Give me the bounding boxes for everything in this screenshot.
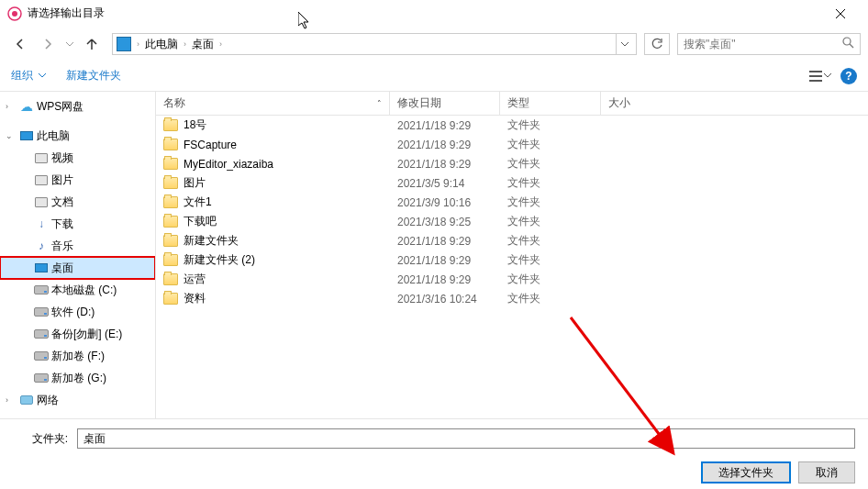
folder-tree[interactable]: ›☁WPS网盘⌄此电脑›视频›图片›文档›↓下载›♪音乐›桌面›本地磁盘 (C:… <box>0 92 156 418</box>
net-icon <box>18 393 35 407</box>
tree-item[interactable]: ⌄此电脑 <box>0 125 155 147</box>
tree-item-label: 桌面 <box>51 261 73 276</box>
file-date: 2021/1/18 9:29 <box>390 119 500 132</box>
cancel-button[interactable]: 取消 <box>798 461 855 483</box>
folder-icon <box>163 177 178 189</box>
file-row[interactable]: 资料2021/3/16 10:24文件夹 <box>156 289 868 308</box>
window-title: 请选择输出目录 <box>28 6 819 21</box>
search-input[interactable] <box>684 38 842 50</box>
address-dropdown[interactable] <box>616 34 632 54</box>
tree-item-label: 下载 <box>51 217 73 232</box>
folder-icon <box>163 293 178 305</box>
tree-item-label: WPS网盘 <box>37 99 83 115</box>
file-name: 资料 <box>184 291 206 306</box>
tree-item-label: 此电脑 <box>37 128 70 144</box>
file-type: 文件夹 <box>500 291 601 306</box>
tree-item[interactable]: ›视频 <box>0 147 155 169</box>
tree-item[interactable]: ›网络 <box>0 389 155 411</box>
refresh-button[interactable] <box>644 33 670 55</box>
file-list: 名称˄ 修改日期 类型 大小 18号2021/1/18 9:29文件夹FSCap… <box>156 92 868 418</box>
tree-item[interactable]: ›图片 <box>0 169 155 191</box>
tree-item[interactable]: ›♪音乐 <box>0 235 155 257</box>
file-type: 文件夹 <box>500 272 601 287</box>
toolbar: 组织 新建文件夹 ? <box>0 61 868 92</box>
file-name: 文件1 <box>184 194 212 210</box>
file-name: 图片 <box>184 175 206 191</box>
column-type[interactable]: 类型 <box>500 92 601 115</box>
desktop-icon <box>33 261 50 275</box>
breadcrumb-segment[interactable]: 此电脑 <box>141 37 182 52</box>
tree-item-label: 图片 <box>51 172 73 188</box>
file-type: 文件夹 <box>500 194 601 210</box>
folder-icon <box>163 139 178 150</box>
expand-icon[interactable]: ⌄ <box>6 131 18 140</box>
file-date: 2021/1/18 9:29 <box>390 254 500 267</box>
tree-item[interactable]: ›新加卷 (G:) <box>0 367 155 389</box>
file-row[interactable]: 运营2021/1/18 9:29文件夹 <box>156 270 868 289</box>
folder-icon <box>163 216 178 228</box>
disk-icon <box>33 349 50 363</box>
app-icon <box>7 6 22 21</box>
disk-icon <box>33 371 50 385</box>
tree-item[interactable]: ›桌面 <box>0 257 155 279</box>
organize-menu[interactable]: 组织 <box>11 68 33 83</box>
expand-icon[interactable]: › <box>6 395 18 405</box>
chevron-right-icon[interactable]: › <box>182 39 188 49</box>
file-rows[interactable]: 18号2021/1/18 9:29文件夹FSCapture2021/1/18 9… <box>156 116 868 418</box>
new-folder-button[interactable]: 新建文件夹 <box>66 68 121 83</box>
tree-item[interactable]: ›本地磁盘 (C:) <box>0 279 155 301</box>
tree-item-label: 视频 <box>51 150 73 166</box>
address-bar[interactable]: › 此电脑 › 桌面 › <box>112 33 637 55</box>
tree-item[interactable]: ›新加卷 (F:) <box>0 345 155 367</box>
file-row[interactable]: 新建文件夹2021/1/18 9:29文件夹 <box>156 231 868 250</box>
search-box[interactable] <box>677 33 861 55</box>
column-size[interactable]: 大小 <box>601 92 702 115</box>
file-row[interactable]: MyEditor_xiazaiba2021/1/18 9:29文件夹 <box>156 154 868 173</box>
view-options[interactable] <box>809 71 831 82</box>
column-name[interactable]: 名称˄ <box>156 92 390 115</box>
up-button[interactable] <box>79 31 105 57</box>
tree-item[interactable]: ›备份[勿删] (E:) <box>0 323 155 345</box>
nav-bar: › 此电脑 › 桌面 › <box>0 28 868 61</box>
file-date: 2021/1/18 9:29 <box>390 273 500 286</box>
search-icon[interactable] <box>842 37 854 51</box>
folder-name-input[interactable] <box>77 428 855 449</box>
tree-item[interactable]: ›↓下载 <box>0 213 155 235</box>
close-button[interactable] <box>819 0 861 28</box>
chevron-right-icon[interactable]: › <box>135 39 141 49</box>
breadcrumb-segment[interactable]: 桌面 <box>188 37 217 52</box>
column-headers: 名称˄ 修改日期 类型 大小 <box>156 92 868 116</box>
select-folder-button[interactable]: 选择文件夹 <box>701 461 791 483</box>
title-bar: 请选择输出目录 <box>0 0 868 28</box>
file-row[interactable]: 新建文件夹 (2)2021/1/18 9:29文件夹 <box>156 250 868 270</box>
expand-icon[interactable]: › <box>6 102 18 111</box>
chevron-right-icon[interactable]: › <box>217 39 224 49</box>
tree-item[interactable]: ›文档 <box>0 191 155 213</box>
file-row[interactable]: 图片2021/3/5 9:14文件夹 <box>156 173 868 193</box>
svg-rect-7 <box>809 75 822 77</box>
file-type: 文件夹 <box>500 252 601 268</box>
file-name: 18号 <box>184 117 206 133</box>
file-name: 运营 <box>184 272 206 287</box>
svg-point-4 <box>843 38 851 45</box>
file-row[interactable]: 文件12021/3/9 10:16文件夹 <box>156 193 868 212</box>
main-area: ›☁WPS网盘⌄此电脑›视频›图片›文档›↓下载›♪音乐›桌面›本地磁盘 (C:… <box>0 92 868 418</box>
tree-item-label: 新加卷 (F:) <box>51 349 105 364</box>
recent-dropdown[interactable] <box>62 31 77 57</box>
svg-line-5 <box>850 44 853 48</box>
file-row[interactable]: FSCapture2021/1/18 9:29文件夹 <box>156 135 868 154</box>
file-name: FSCapture <box>184 139 237 151</box>
tree-item-label: 软件 (D:) <box>51 305 95 320</box>
disk-icon <box>33 327 50 341</box>
forward-button[interactable] <box>35 31 61 57</box>
file-row[interactable]: 18号2021/1/18 9:29文件夹 <box>156 116 868 135</box>
back-button[interactable] <box>7 31 33 57</box>
column-date[interactable]: 修改日期 <box>390 92 500 115</box>
file-date: 2021/3/5 9:14 <box>390 177 500 190</box>
file-row[interactable]: 下载吧2021/3/18 9:25文件夹 <box>156 212 868 231</box>
help-button[interactable]: ? <box>840 68 857 84</box>
pc-icon <box>18 128 35 143</box>
tree-item[interactable]: ›☁WPS网盘 <box>0 95 155 117</box>
file-date: 2021/1/18 9:29 <box>390 139 500 151</box>
tree-item[interactable]: ›软件 (D:) <box>0 301 155 323</box>
